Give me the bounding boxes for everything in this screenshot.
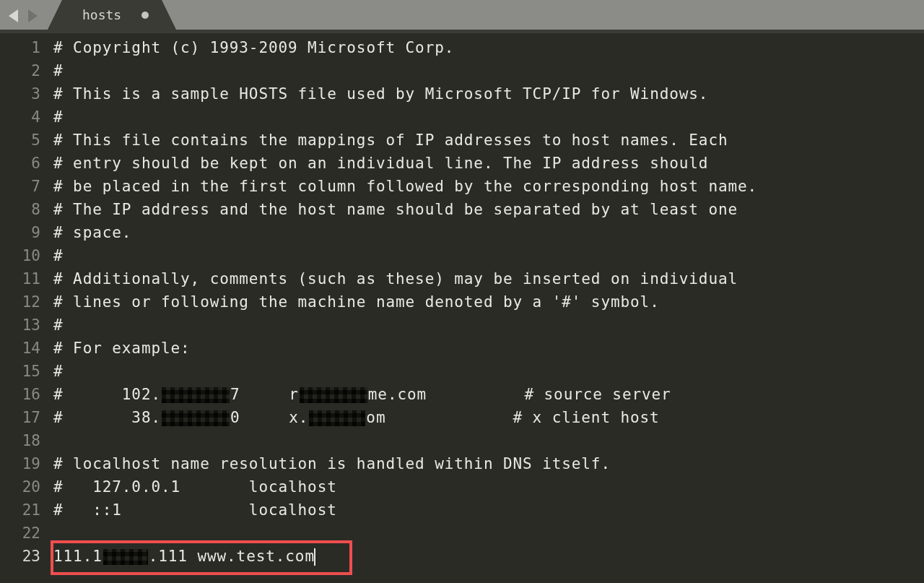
nav-arrows [0, 9, 46, 30]
line-number: 3 [0, 85, 53, 103]
code-line: 23 111.1.111 www.test.com [0, 545, 924, 568]
code-line: 10# [0, 244, 924, 267]
code-line: 6# entry should be kept on an individual… [0, 152, 924, 175]
code-line: 3# This is a sample HOSTS file used by M… [0, 82, 924, 105]
code-line: 18 [0, 429, 924, 452]
code-text: # [53, 316, 924, 334]
code-line: 20# 127.0.0.1 localhost [0, 475, 924, 498]
line-number: 4 [0, 108, 53, 126]
code-line: 9# space. [0, 221, 924, 244]
code-text: # This is a sample HOSTS file used by Mi… [53, 85, 924, 103]
code-line: 21# ::1 localhost [0, 498, 924, 522]
code-text: # 102.7 rme.com # source server [53, 386, 924, 403]
code-line: 22 [0, 522, 924, 545]
code-text: # This file contains the mappings of IP … [53, 131, 924, 149]
line-number: 10 [0, 247, 53, 264]
line-number: 1 [0, 39, 53, 56]
code-line: 17 # 38.0 x.om # x client host [0, 406, 924, 429]
line-number: 21 [0, 501, 53, 519]
file-tab[interactable]: hosts [62, 0, 162, 30]
code-text: # lines or following the machine name de… [53, 293, 924, 311]
line-number: 5 [0, 131, 53, 149]
code-text: # localhost name resolution is handled w… [53, 455, 924, 472]
title-bar: hosts [0, 0, 924, 30]
code-line: 2# [0, 59, 924, 82]
code-line: 5# This file contains the mappings of IP… [0, 129, 924, 152]
file-tab-title: hosts [82, 7, 121, 22]
code-line: 1# Copyright (c) 1993-2009 Microsoft Cor… [0, 36, 924, 59]
code-line: 4# [0, 105, 924, 129]
line-number: 13 [0, 316, 53, 334]
line-number: 17 [0, 409, 53, 426]
redacted-block [300, 387, 367, 403]
code-text: # be placed in the first column followed… [53, 178, 924, 195]
redacted-block [309, 410, 365, 426]
text-cursor-icon [314, 548, 315, 566]
nav-forward-icon[interactable] [28, 9, 38, 22]
code-line: 7# be placed in the first column followe… [0, 175, 924, 198]
code-line: 14# For example: [0, 337, 924, 360]
line-number: 16 [0, 386, 53, 403]
code-line: 8# The IP address and the host name shou… [0, 198, 924, 221]
line-number: 8 [0, 201, 53, 218]
code-editor[interactable]: 1# Copyright (c) 1993-2009 Microsoft Cor… [0, 33, 924, 568]
code-text: # entry should be kept on an individual … [53, 155, 924, 172]
code-line: 13# [0, 314, 924, 337]
line-number: 11 [0, 270, 53, 288]
code-text: # ::1 localhost [53, 501, 924, 519]
redacted-block [162, 410, 230, 426]
code-text: # 38.0 x.om # x client host [53, 409, 924, 426]
code-text: # The IP address and the host name shoul… [53, 201, 924, 218]
code-text: # 127.0.0.1 localhost [53, 478, 924, 496]
code-text: # Copyright (c) 1993-2009 Microsoft Corp… [53, 39, 924, 56]
code-text: # space. [53, 224, 924, 241]
code-text: # [53, 247, 924, 264]
code-text: # [53, 108, 924, 126]
line-number: 15 [0, 363, 53, 380]
code-line: 12# lines or following the machine name … [0, 290, 924, 314]
redacted-block [162, 387, 230, 403]
line-number: 18 [0, 432, 53, 449]
code-line: 19# localhost name resolution is handled… [0, 452, 924, 475]
line-number: 22 [0, 524, 53, 542]
dirty-indicator-icon [141, 12, 149, 19]
line-number: 2 [0, 62, 53, 79]
code-text: # Additionally, comments (such as these)… [53, 270, 924, 288]
code-line: 15# [0, 360, 924, 383]
code-line: 11# Additionally, comments (such as thes… [0, 267, 924, 290]
line-number: 12 [0, 293, 53, 311]
line-number: 23 [0, 548, 53, 565]
line-number: 20 [0, 478, 53, 496]
line-number: 9 [0, 224, 53, 241]
line-number: 19 [0, 455, 53, 472]
line-number: 6 [0, 155, 53, 172]
code-text: # [53, 363, 924, 380]
nav-back-icon[interactable] [9, 9, 18, 22]
line-number: 7 [0, 178, 53, 195]
code-text: 111.1.111 www.test.com [53, 548, 924, 566]
code-line: 16 # 102.7 rme.com # source server [0, 383, 924, 406]
code-text: # [53, 62, 924, 79]
line-number: 14 [0, 340, 53, 357]
code-text: # For example: [53, 340, 924, 357]
redacted-block [103, 549, 148, 565]
